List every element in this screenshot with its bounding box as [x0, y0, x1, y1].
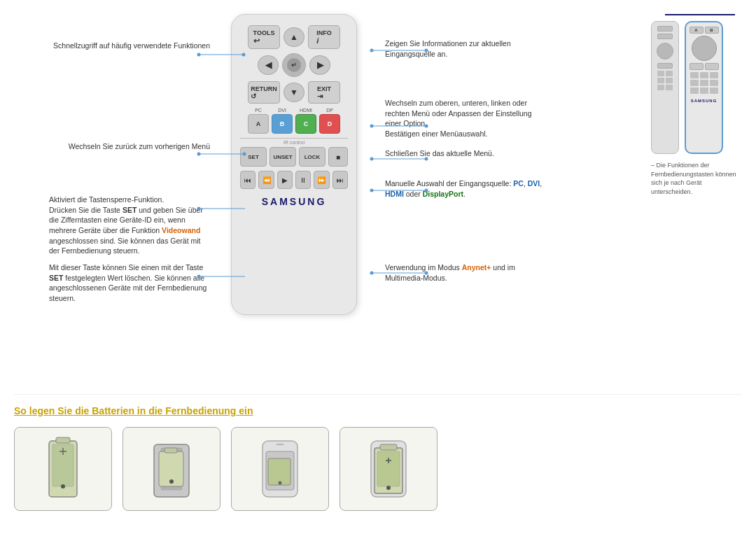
- ann-nav-right: Wechseln zum oberen, unteren, linken ode…: [385, 98, 539, 139]
- stop-button[interactable]: ■: [328, 147, 348, 167]
- unset-button[interactable]: UNSET: [270, 147, 296, 167]
- control-row: SET UNSET LOCK ■: [240, 147, 348, 167]
- source-section: PC DVI HDMI DP A B C D: [240, 108, 348, 134]
- right-button[interactable]: ▶: [309, 55, 330, 75]
- ann-anynet-right: Verwendung im Modus Anynet+ und im Multi…: [385, 262, 546, 283]
- ann-exit-right: Schließen Sie das aktuelle Menü.: [385, 148, 539, 159]
- dvi-button[interactable]: B: [272, 114, 293, 134]
- svg-point-35: [169, 479, 174, 484]
- pc-button[interactable]: A: [248, 114, 269, 134]
- ann-keylock: Aktiviert die Tastensperre-Funktion. Drü…: [49, 195, 210, 256]
- battery-section: So legen Sie die Batterien in die Fernbe…: [14, 394, 742, 534]
- set-button[interactable]: SET: [240, 147, 267, 167]
- ann-return: Wechseln Sie zurück zum vorherigen Menü: [49, 141, 210, 152]
- enter-button[interactable]: ↵: [282, 53, 306, 77]
- label-dp: DP: [319, 108, 340, 113]
- forward-button[interactable]: ⏭: [332, 171, 348, 189]
- next-button[interactable]: ⏩: [314, 171, 329, 189]
- rewind-button[interactable]: ⏮: [240, 171, 255, 189]
- section-line: [665, 14, 735, 15]
- remote-container: TOOLS ↩ ▲ INFO i ◀: [217, 14, 371, 315]
- tools-button[interactable]: TOOLS ↩: [248, 25, 280, 49]
- footnote: – Die Funktionen der Fernbedienungstaste…: [651, 161, 742, 196]
- dp-button[interactable]: D: [319, 114, 340, 134]
- ann-tools: Schnellzugriff auf häufig verwendete Fun…: [49, 41, 210, 51]
- battery-img-2: [122, 427, 220, 511]
- battery-svg-2: [130, 434, 214, 504]
- prev-button[interactable]: ⏪: [258, 171, 274, 189]
- svg-point-28: [61, 484, 65, 489]
- ir-label: IR control: [240, 138, 348, 145]
- page: Schnellzugriff auf häufig verwendete Fun…: [0, 0, 756, 534]
- battery-img-4: [340, 427, 438, 511]
- svg-rect-38: [268, 458, 290, 485]
- small-remote-thin: [651, 21, 679, 154]
- left-button[interactable]: ◀: [258, 55, 279, 75]
- battery-img-1: [14, 427, 112, 511]
- remote-control: TOOLS ↩ ▲ INFO i ◀: [231, 14, 357, 315]
- svg-rect-26: [56, 437, 70, 443]
- samsung-logo: SAMSUNG: [240, 196, 348, 207]
- ann-source-right: Manuelle Auswahl der Eingangsquelle: PC,…: [385, 178, 546, 199]
- battery-svg-1: [21, 434, 105, 504]
- battery-img-3: [231, 427, 329, 511]
- pause-button[interactable]: ⏸: [295, 171, 311, 189]
- label-dvi: DVI: [272, 108, 293, 113]
- label-pc: PC: [248, 108, 269, 113]
- play-button[interactable]: ▶: [277, 171, 293, 189]
- hdmi-button[interactable]: C: [295, 114, 316, 134]
- lock-button[interactable]: LOCK: [299, 147, 326, 167]
- small-remote-highlighted: A B SAM: [685, 21, 723, 154]
- remote-row-1: TOOLS ↩ ▲ INFO i: [240, 25, 348, 49]
- svg-point-45: [386, 486, 391, 490]
- svg-rect-44: [377, 451, 400, 486]
- up-button[interactable]: ▲: [284, 27, 304, 47]
- info-button[interactable]: INFO i: [308, 25, 340, 49]
- battery-title: So legen Sie die Batterien in die Fernbe…: [14, 405, 742, 416]
- svg-rect-43: [380, 444, 397, 450]
- battery-svg-4: [346, 434, 430, 504]
- label-hdmi: HDMI: [295, 108, 316, 113]
- small-remote-section: A B SAM: [651, 14, 742, 196]
- svg-rect-34: [164, 448, 177, 453]
- media-row: ⏮ ⏪ ▶ ⏸ ⏩ ⏭: [240, 171, 348, 189]
- battery-svg-3: [238, 434, 322, 504]
- left-annotations: Schnellzugriff auf häufig verwendete Fun…: [14, 14, 217, 315]
- ann-unset: Mit dieser Taste können Sie einen mit de…: [49, 262, 210, 304]
- down-button[interactable]: ▼: [284, 83, 304, 102]
- top-section: Schnellzugriff auf häufig verwendete Fun…: [14, 14, 742, 315]
- remote-row-2: ◀ ↵ ▶: [240, 53, 348, 77]
- source-labels-row: PC DVI HDMI DP: [240, 108, 348, 113]
- source-buttons-row: A B C D: [240, 114, 348, 134]
- remote-row-3: RETURN ↺ ▼ EXIT ⇥: [240, 81, 348, 104]
- exit-button[interactable]: EXIT ⇥: [308, 81, 340, 104]
- ann-info-right: Zeigen Sie Informationen zur aktuellen E…: [385, 38, 539, 59]
- return-button[interactable]: RETURN ↺: [248, 81, 280, 104]
- svg-point-39: [279, 482, 282, 485]
- battery-images: [14, 427, 742, 511]
- small-remote-wrapper: A B SAM: [651, 21, 742, 154]
